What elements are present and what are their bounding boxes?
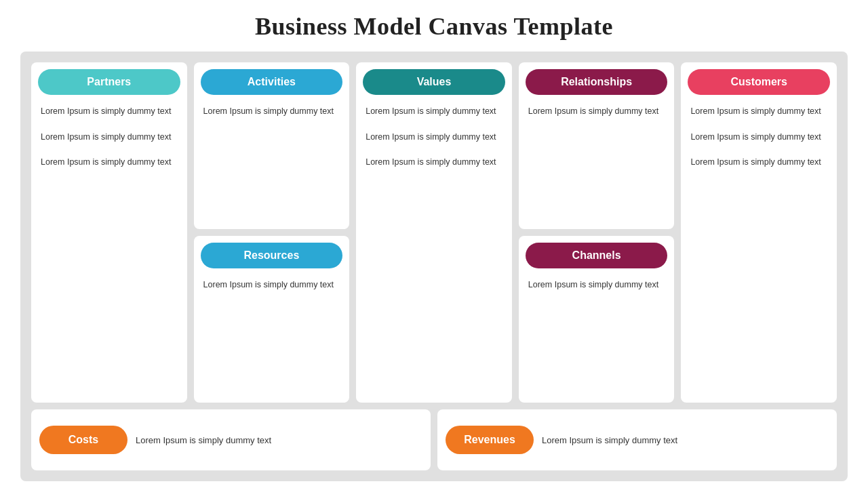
partners-body: Lorem Ipsum is simply dummy text Lorem I… — [31, 100, 187, 394]
values-text-1: Lorem Ipsum is simply dummy text — [366, 100, 502, 123]
costs-header: Costs — [39, 426, 127, 454]
revenues-header: Revenues — [446, 426, 534, 454]
activities-resources-col: Activities Lorem Ipsum is simply dummy t… — [194, 62, 350, 403]
relationships-header: Relationships — [526, 69, 668, 95]
partners-header: Partners — [38, 69, 180, 95]
partners-text-3: Lorem Ipsum is simply dummy text — [41, 151, 178, 174]
channels-cell: Channels Lorem Ipsum is simply dummy tex… — [519, 236, 675, 403]
page-title: Business Model Canvas Template — [255, 12, 613, 41]
customers-header: Customers — [688, 69, 830, 95]
channels-text-1: Lorem Ipsum is simply dummy text — [528, 274, 665, 297]
channels-body: Lorem Ipsum is simply dummy text — [519, 274, 675, 394]
relationships-cell: Relationships Lorem Ipsum is simply dumm… — [519, 62, 675, 229]
relationships-text-1: Lorem Ipsum is simply dummy text — [528, 100, 665, 123]
customers-text-2: Lorem Ipsum is simply dummy text — [690, 126, 827, 149]
relationships-body: Lorem Ipsum is simply dummy text — [519, 100, 675, 221]
top-grid: Partners Lorem Ipsum is simply dummy tex… — [31, 62, 837, 403]
activities-cell: Activities Lorem Ipsum is simply dummy t… — [194, 62, 350, 229]
customers-text-1: Lorem Ipsum is simply dummy text — [690, 100, 827, 123]
partners-cell: Partners Lorem Ipsum is simply dummy tex… — [31, 62, 187, 403]
costs-text: Lorem Ipsum is simply dummy text — [136, 435, 271, 445]
activities-body: Lorem Ipsum is simply dummy text — [194, 100, 350, 221]
partners-text-1: Lorem Ipsum is simply dummy text — [41, 100, 178, 123]
values-cell: Values Lorem Ipsum is simply dummy text … — [356, 62, 512, 403]
customers-body: Lorem Ipsum is simply dummy text Lorem I… — [681, 100, 837, 394]
customers-text-3: Lorem Ipsum is simply dummy text — [690, 151, 827, 174]
activities-text-1: Lorem Ipsum is simply dummy text — [203, 100, 340, 123]
canvas-container: Partners Lorem Ipsum is simply dummy tex… — [20, 52, 848, 481]
values-text-3: Lorem Ipsum is simply dummy text — [366, 151, 502, 174]
values-body: Lorem Ipsum is simply dummy text Lorem I… — [356, 100, 512, 394]
values-header: Values — [363, 69, 505, 95]
resources-header: Resources — [201, 243, 343, 268]
activities-header: Activities — [201, 69, 343, 95]
resources-cell: Resources Lorem Ipsum is simply dummy te… — [194, 236, 350, 403]
revenues-text: Lorem Ipsum is simply dummy text — [542, 435, 677, 445]
costs-cell: Costs Lorem Ipsum is simply dummy text — [31, 409, 431, 470]
partners-text-2: Lorem Ipsum is simply dummy text — [41, 126, 178, 149]
resources-body: Lorem Ipsum is simply dummy text — [194, 274, 350, 394]
values-text-2: Lorem Ipsum is simply dummy text — [366, 126, 502, 149]
customers-cell: Customers Lorem Ipsum is simply dummy te… — [681, 62, 837, 403]
revenues-cell: Revenues Lorem Ipsum is simply dummy tex… — [437, 409, 837, 470]
relationships-channels-col: Relationships Lorem Ipsum is simply dumm… — [519, 62, 675, 403]
resources-text-1: Lorem Ipsum is simply dummy text — [203, 274, 340, 297]
bottom-row: Costs Lorem Ipsum is simply dummy text R… — [31, 409, 837, 470]
channels-header: Channels — [526, 243, 668, 268]
